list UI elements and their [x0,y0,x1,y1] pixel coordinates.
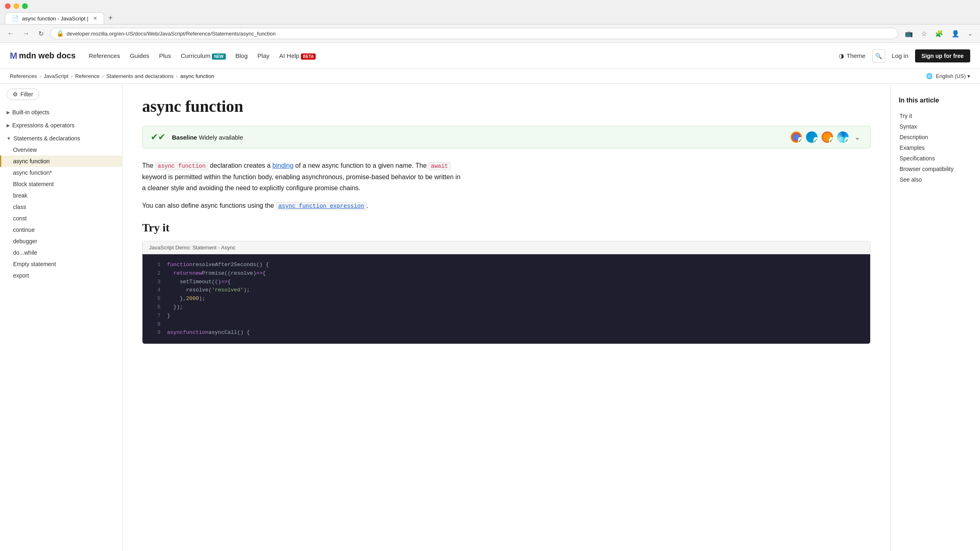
close-window-button[interactable] [5,3,11,9]
toc-item-try-it[interactable]: Try it [895,111,972,121]
body-p1-tail: keyword is permitted within the function… [142,173,461,191]
sidebar-item-empty[interactable]: Empty statement [0,258,122,270]
code-line-6: 6 }); [149,303,864,312]
breadcrumb-sep-4: › [176,73,178,79]
search-button[interactable]: 🔍 [872,49,885,62]
code-demo-wrapper: JavaScript Demo: Statement - Async 1 fun… [142,241,871,344]
code-demo-block[interactable]: 1 function resolveAfter2Seconds() { 2 re… [143,254,870,344]
sidebar-item-break[interactable]: break [0,190,122,201]
await-code: await [428,162,450,170]
browser-toolbar: ← → ↻ 🔒 developer.mozilla.org/en-US/docs… [0,24,980,43]
back-button[interactable]: ← [5,28,16,39]
mdn-header: M mdn web docs References Guides Plus Cu… [0,43,980,69]
code-line-4: 4 resolve('resolved'); [149,286,864,295]
body-p2-after: . [367,202,368,209]
toc-item-syntax[interactable]: Syntax [895,121,972,132]
breadcrumb: References › JavaScript › Reference › St… [0,69,980,84]
sidebar-item-dowhile[interactable]: do...while [0,247,122,258]
sidebar-section-expressions-header[interactable]: ▶ Expressions & operators [0,120,122,131]
address-bar[interactable]: 🔒 developer.mozilla.org/en-US/docs/Web/J… [50,28,898,39]
baseline-check-icon: ✔✔ [151,132,165,142]
extensions-button[interactable]: 🧩 [933,28,946,39]
toc-sidebar: In this article Try it Syntax Descriptio… [890,84,980,551]
filter-button[interactable]: ⚙ Filter [7,89,39,100]
chevron-right-icon: ▶ [7,110,10,115]
async-function-expr-link[interactable]: async function expression [276,202,367,210]
login-button[interactable]: Log in [892,52,909,59]
maximize-window-button[interactable] [22,3,28,9]
breadcrumb-reference[interactable]: Reference [75,73,100,79]
line-num-8: 8 [149,320,160,329]
sidebar-section-expressions: ▶ Expressions & operators [0,120,122,131]
toc-item-specifications[interactable]: Specifications [895,153,972,164]
sidebar-item-class[interactable]: class [0,201,122,213]
code-line-5: 5 }, 2000); [149,295,864,303]
tab-close-button[interactable]: ✕ [93,16,97,21]
sidebar-item-continue[interactable]: continue [0,224,122,236]
mdn-logo[interactable]: M mdn web docs [10,51,76,61]
sidebar-item-debugger[interactable]: debugger [0,236,122,247]
sidebar-section-builtin: ▶ Built-in objects [0,107,122,118]
minimize-window-button[interactable] [13,3,19,9]
new-badge: NEW [212,53,225,60]
firefox-icon: ✓ [822,131,833,143]
nav-plus[interactable]: Plus [159,52,171,59]
nav-play[interactable]: Play [258,52,270,59]
sidebar-section-builtin-header[interactable]: ▶ Built-in objects [0,107,122,118]
active-tab[interactable]: 📄 async function - JavaScript | ✕ [5,12,104,24]
sidebar-section-statements-header[interactable]: ▼ Statements & declarations [0,133,122,144]
code-line-9: 9 async function asyncCall() { [149,329,864,337]
beta-badge: BETA [301,53,316,60]
toc-item-description[interactable]: Description [895,132,972,142]
cast-button[interactable]: 📺 [902,28,915,39]
chrome-icon: ✓ [791,131,802,143]
nav-references[interactable]: References [89,52,120,59]
sidebar-section-statements: ▼ Statements & declarations Overview asy… [0,133,122,281]
body-p1-after: declaration creates a [208,162,272,169]
new-tab-button[interactable]: + [105,12,116,24]
filter-icon: ⚙ [13,91,18,98]
toc-item-browser-compat[interactable]: Browser compatibility [895,164,972,174]
toc-item-examples[interactable]: Examples [895,142,972,153]
breadcrumb-statements[interactable]: Statements and declarations [106,73,174,79]
sidebar-item-block[interactable]: Block statement [0,178,122,190]
edge-icon: ✓ [806,131,817,143]
bookmark-button[interactable]: ☆ [919,28,929,39]
address-lock-icon: 🔒 [56,30,64,37]
forward-button[interactable]: → [20,28,32,39]
code-line-8: 8 [149,320,864,329]
breadcrumb-sep-1: › [39,73,41,79]
code-line-1: 1 function resolveAfter2Seconds() { [149,261,864,269]
baseline-expand-button[interactable]: ⌄ [853,131,862,143]
sidebar-item-async-function-gen[interactable]: async function* [0,167,122,178]
refresh-button[interactable]: ↻ [36,28,46,39]
main-layout: ⚙ Filter ▶ Built-in objects ▶ Expression… [0,84,980,551]
code-demo-header: JavaScript Demo: Statement - Async [143,241,870,254]
theme-button[interactable]: ◑ Theme [839,52,866,60]
sidebar-statements-label: Statements & declarations [13,135,80,142]
nav-blog[interactable]: Blog [236,52,248,59]
page-title: async function [142,97,871,116]
url-text: developer.mozilla.org/en-US/docs/Web/Jav… [67,31,892,37]
sidebar-item-overview[interactable]: Overview [0,144,122,156]
filter-label: Filter [20,91,33,98]
breadcrumb-sep-2: › [71,73,73,79]
more-button[interactable]: ⌄ [965,29,975,38]
sidebar-item-export[interactable]: export [0,270,122,281]
sidebar-item-const[interactable]: const [0,213,122,224]
breadcrumb-references[interactable]: References [10,73,37,79]
toc-item-see-also[interactable]: See also [895,174,972,185]
toolbar-icons: 📺 ☆ 🧩 👤 ⌄ [902,28,975,39]
language-selector[interactable]: 🌐 English (US) ▾ [926,73,970,79]
nav-guides[interactable]: Guides [130,52,149,59]
sidebar-item-async-function[interactable]: async function [0,156,122,167]
nav-aihelp[interactable]: AI HelpBETA [279,52,316,59]
binding-link[interactable]: binding [272,162,294,169]
profile-button[interactable]: 👤 [949,28,962,39]
globe-icon: 🌐 [926,73,933,79]
signup-button[interactable]: Sign up for free [915,49,970,62]
breadcrumb-javascript[interactable]: JavaScript [44,73,69,79]
code-line-3: 3 setTimeout(() => { [149,278,864,287]
nav-curriculum[interactable]: CurriculumNEW [181,52,226,59]
try-it-title: Try it [142,221,871,234]
